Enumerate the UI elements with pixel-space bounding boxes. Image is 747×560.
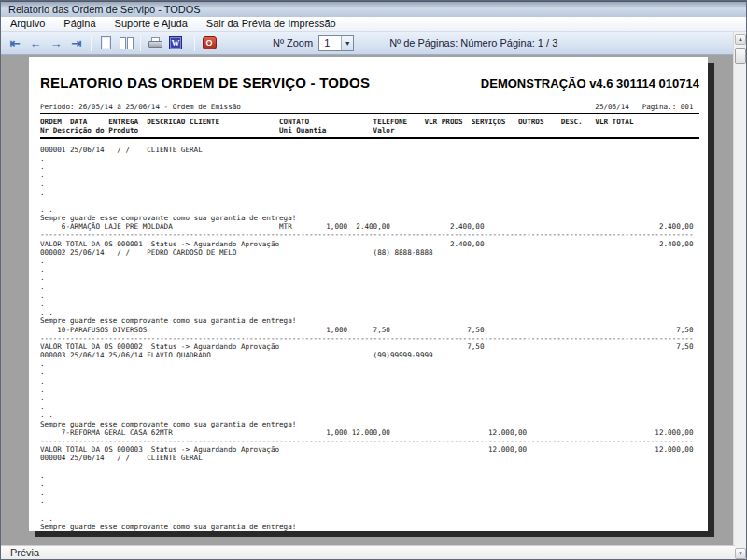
report-line: VALOR TOTAL DA OS 000001 Status -> Aguar… xyxy=(40,240,699,248)
next-page-icon: → xyxy=(50,37,63,49)
report-line: . xyxy=(40,394,699,402)
report-line: . xyxy=(40,505,699,513)
scrollbar-thumb[interactable] xyxy=(735,48,746,64)
window-title: Relatorio das Ordem de Servipo - TODOS xyxy=(8,4,201,15)
preview-workspace: RELATORIO DAS ORDEM DE SERVIÇO - TODOS D… xyxy=(1,55,735,547)
report-line: VALOR TOTAL DA OS 000003 Status -> Aguar… xyxy=(40,445,699,454)
scroll-up-icon[interactable]: ▲ xyxy=(735,34,746,45)
report-line: .. xyxy=(40,205,699,214)
scroll-down-icon[interactable]: ▼ xyxy=(735,548,746,559)
report-line: .. xyxy=(40,514,699,523)
report-page: RELATORIO DAS ORDEM DE SERVIÇO - TODOS D… xyxy=(29,57,708,531)
report-line: . xyxy=(40,273,699,282)
power-icon: O xyxy=(203,36,217,49)
first-page-button[interactable]: ⇤ xyxy=(6,35,24,52)
vertical-scrollbar[interactable]: ▲ ▼ xyxy=(733,32,746,560)
menu-suporte-e-ajuda[interactable]: Suporte e Ajuda xyxy=(106,17,197,32)
chevron-down-icon[interactable]: ▼ xyxy=(341,36,353,50)
report-line: 10-PARAFUSOS DIVERSOS1,0007,507,507,50 xyxy=(40,326,699,334)
report-line: .. xyxy=(40,308,699,316)
report-line: . xyxy=(40,471,699,480)
report-line: . xyxy=(40,283,699,291)
report-line: . xyxy=(40,377,699,385)
app-window: { "window": { "title": "Relatorio das Or… xyxy=(0,0,747,560)
two-page-icon xyxy=(120,37,134,49)
single-page-icon xyxy=(101,36,111,49)
two-page-view-button[interactable] xyxy=(117,35,135,52)
report-line: Sempre guarde esse comprovante como sua … xyxy=(40,420,699,428)
report-line: .. xyxy=(40,411,699,419)
report-line: VALOR TOTAL DA OS 000002 Status -> Aguar… xyxy=(40,343,699,351)
export-word-button[interactable]: W xyxy=(166,35,185,52)
next-page-button[interactable]: → xyxy=(47,35,65,52)
report-line: . xyxy=(40,291,699,300)
report-title: RELATORIO DAS ORDEM DE SERVIÇO - TODOS xyxy=(40,75,370,91)
report-line: . xyxy=(40,179,699,188)
toolbar-separator xyxy=(194,35,195,51)
report-line: . xyxy=(40,300,699,308)
report-line: . xyxy=(40,480,699,488)
report-line: . xyxy=(40,162,699,171)
report-line: 7-REFORMA GERAL CASA 62MTR1,00012.000,00… xyxy=(40,428,699,437)
report-line: 000002 25/06/14 / / PEDRO CARDOSO DE MEL… xyxy=(40,248,699,257)
report-line: . xyxy=(40,257,699,265)
report-line: . xyxy=(40,189,699,197)
report-line: . xyxy=(40,488,699,497)
report-line: 000003 25/06/14 25/06/14 FLAVIO QUADRADO… xyxy=(40,351,699,359)
report-line: . xyxy=(40,171,699,179)
report-line: . xyxy=(40,402,699,411)
first-page-icon: ⇤ xyxy=(10,37,21,49)
report-period-text: Periodo: 26/05/14 à 25/06/14 - Ordem de … xyxy=(40,103,699,111)
zoom-dropdown[interactable]: 1 ▼ xyxy=(318,35,354,51)
report-body: 000001 25/06/14 / / CLIENTE GERAL.......… xyxy=(40,146,699,531)
toolbar: ⇤ ← → ⇥ W O Nº Zoom 1 ▼ Nº de Páginas: N… xyxy=(1,32,735,55)
report-line: ----------------------------------------… xyxy=(40,231,699,239)
print-button[interactable] xyxy=(146,35,164,52)
report-line: ----------------------------------------… xyxy=(40,334,699,343)
report-line: . xyxy=(40,359,699,368)
pages-info: Nº de Páginas: Número Página: 1 / 3 xyxy=(389,37,557,49)
zoom-value: 1 xyxy=(319,37,341,49)
report-line: 000001 25/06/14 / / CLIENTE GERAL xyxy=(40,146,699,154)
report-line: ----------------------------------------… xyxy=(40,437,699,445)
report-divider xyxy=(40,113,699,114)
menu-arquivo[interactable]: Arquivo xyxy=(1,17,54,32)
report-line: . xyxy=(40,463,699,471)
report-line: . xyxy=(40,265,699,273)
report-line: . xyxy=(40,197,699,205)
window-titlebar: Relatorio das Ordem de Servipo - TODOS xyxy=(1,1,747,17)
toolbar-separator xyxy=(91,35,92,51)
report-line: Sempre guarde esse comprovante como sua … xyxy=(40,214,699,222)
menu-bar: Arquivo Página Suporte e Ajuda Sair da P… xyxy=(1,17,747,32)
toolbar-separator xyxy=(190,35,190,51)
menu-pagina[interactable]: Página xyxy=(54,17,105,32)
report-line: 6-ARMAÇÃO LAJE PRE MOLDADAMTR1,0002.400,… xyxy=(40,222,699,231)
report-divider xyxy=(40,137,699,139)
close-preview-button[interactable]: O xyxy=(200,35,218,52)
report-line: . xyxy=(40,497,699,505)
single-page-view-button[interactable] xyxy=(96,35,115,52)
menu-sair-da-previa[interactable]: Sair da Prévia de Impressão xyxy=(197,17,345,32)
word-icon: W xyxy=(169,36,182,49)
demo-version-banner: DEMONSTRAÇÃO v4.6 301114 010714 xyxy=(481,77,699,91)
toolbar-separator xyxy=(140,35,141,51)
printer-icon xyxy=(148,37,162,49)
report-line: 000004 25/06/14 / / CLIENTE GERAL xyxy=(40,454,699,462)
report-line: Sempre guarde esse comprovante como sua … xyxy=(40,523,699,531)
report-line: Sempre guarde esse comprovante como sua … xyxy=(40,316,699,325)
status-text: Prévia xyxy=(10,547,39,558)
report-header-line: ORDEMDATAENTREGADESCRICAO CLIENTECONTATO… xyxy=(40,118,699,126)
report-column-headers: ORDEMDATAENTREGADESCRICAO CLIENTECONTATO… xyxy=(40,118,699,134)
zoom-label: Nº Zoom xyxy=(273,37,313,49)
previous-page-button[interactable]: ← xyxy=(26,35,45,52)
previous-page-icon: ← xyxy=(30,37,42,49)
last-page-button[interactable]: ⇥ xyxy=(67,35,86,52)
report-header-line: Nr Descrição do ProdutoUni QuantiaValor xyxy=(40,126,699,134)
report-period-line: Periodo: 26/05/14 à 25/06/14 - Ordem de … xyxy=(40,103,699,111)
report-line: . xyxy=(40,154,699,162)
report-line: . xyxy=(40,368,699,376)
report-line: . xyxy=(40,385,699,394)
last-page-icon: ⇥ xyxy=(72,37,82,49)
status-bar: Prévia xyxy=(1,545,735,559)
